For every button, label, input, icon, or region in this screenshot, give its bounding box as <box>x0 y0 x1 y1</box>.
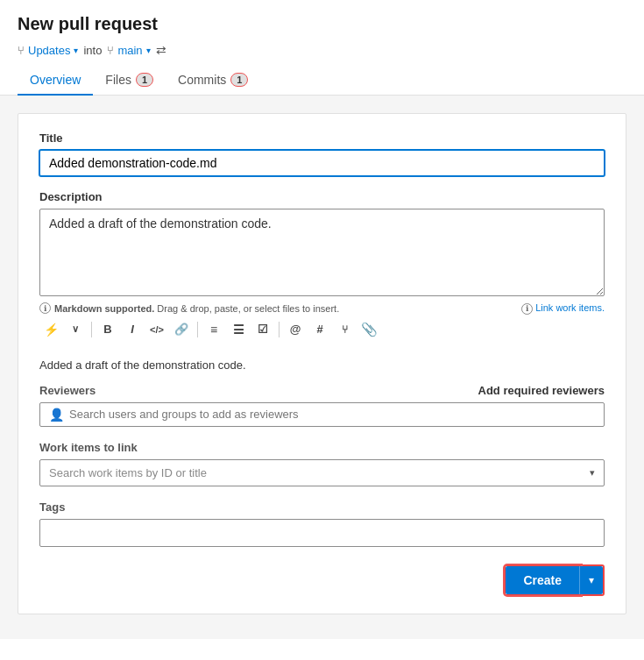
target-branch-icon: ⑂ <box>107 44 114 57</box>
reviewers-header: Reviewers Add required reviewers <box>39 384 605 397</box>
create-dropdown-btn[interactable]: ▾ <box>580 566 603 594</box>
toolbar-attach-btn[interactable]: 📎 <box>357 318 380 341</box>
reviewer-search-icon: 👤 <box>49 408 64 422</box>
toolbar-task-btn[interactable]: ☑ <box>251 318 274 341</box>
work-items-dropdown-wrapper: Search work items by ID or title ▾ <box>39 459 605 486</box>
toolbar-ol-btn[interactable]: ≡ <box>202 318 225 341</box>
toolbar-bold-btn[interactable]: B <box>96 318 119 341</box>
toolbar: ⚡ ∨ B I </> 🔗 ≡ ☰ ☑ @ # ⑂ 📎 <box>39 315 605 344</box>
tab-overview[interactable]: Overview <box>18 66 93 96</box>
main-content: Title Description Added a draft of the d… <box>0 96 644 639</box>
work-items-placeholder: Search work items by ID or title <box>49 466 207 479</box>
link-work-items-link[interactable]: Link work items. <box>535 302 605 313</box>
toolbar-heading-btn[interactable]: # <box>308 318 331 341</box>
toolbar-link-btn[interactable]: 🔗 <box>170 318 193 341</box>
title-group: Title <box>39 131 605 176</box>
tags-input[interactable] <box>39 519 605 547</box>
target-chevron-icon: ▾ <box>146 46 151 55</box>
toolbar-mention-btn[interactable]: @ <box>284 318 307 341</box>
target-branch-btn[interactable]: ⑂ main ▾ <box>107 44 150 57</box>
create-button[interactable]: Create <box>506 566 580 594</box>
toolbar-format-btn[interactable]: ⚡ <box>39 318 62 341</box>
source-branch-icon: ⑂ <box>18 44 25 57</box>
work-items-group: Work items to link Search work items by … <box>39 441 605 486</box>
swap-branches-icon[interactable]: ⇄ <box>156 43 166 57</box>
source-branch-name: Updates <box>28 44 70 57</box>
toolbar-code-btn[interactable]: </> <box>145 318 168 341</box>
tab-commits-badge: 1 <box>230 73 248 87</box>
reviewers-search-input[interactable] <box>69 408 595 421</box>
tab-overview-label: Overview <box>30 73 81 87</box>
preview-text: Added a draft of the demonstration code. <box>39 358 605 372</box>
target-branch-name: main <box>117 44 142 57</box>
link-work-items-hint: ℹ Link work items. <box>521 302 605 315</box>
tags-group: Tags <box>39 500 605 547</box>
toolbar-ul-btn[interactable]: ☰ <box>227 318 250 341</box>
link-info-icon: ℹ <box>521 303 533 315</box>
into-label: into <box>83 44 102 57</box>
title-label: Title <box>39 131 605 145</box>
tab-commits[interactable]: Commits 1 <box>166 66 260 96</box>
toolbar-sep-1 <box>91 322 92 337</box>
form-card: Title Description Added a draft of the d… <box>18 113 626 614</box>
description-textarea[interactable]: Added a draft of the demonstration code. <box>39 209 605 296</box>
description-label: Description <box>39 190 605 203</box>
reviewers-label: Reviewers <box>39 384 96 397</box>
markdown-hint-left: ℹ Markdown supported. Drag & drop, paste… <box>39 302 339 314</box>
toolbar-more-btn[interactable]: ∨ <box>64 318 87 341</box>
markdown-hint: ℹ Markdown supported. Drag & drop, paste… <box>39 302 605 315</box>
create-btn-group-wrapper: Create ▾ <box>504 564 605 596</box>
work-items-chevron-icon: ▾ <box>590 467 595 479</box>
reviewers-group: Reviewers Add required reviewers 👤 <box>39 384 605 427</box>
reviewers-search-wrapper: 👤 <box>39 402 605 427</box>
page-header: New pull request ⑂ Updates ▾ into ⑂ main… <box>0 0 644 57</box>
markdown-supported-text: Markdown supported. Drag & drop, paste, … <box>54 303 339 314</box>
tab-files[interactable]: Files 1 <box>93 66 166 96</box>
page-title: New pull request <box>18 14 626 34</box>
add-required-reviewers-link[interactable]: Add required reviewers <box>478 384 605 397</box>
tags-label: Tags <box>39 500 605 514</box>
source-branch-btn[interactable]: ⑂ Updates ▾ <box>18 44 78 57</box>
branch-bar: ⑂ Updates ▾ into ⑂ main ▾ ⇄ <box>18 43 626 57</box>
tab-files-badge: 1 <box>136 73 153 87</box>
tabs-bar: Overview Files 1 Commits 1 <box>0 66 644 96</box>
markdown-info-icon: ℹ <box>39 302 51 314</box>
source-chevron-icon: ▾ <box>74 46 78 55</box>
toolbar-sep-3 <box>279 322 280 337</box>
description-group: Description Added a draft of the demonst… <box>39 190 605 344</box>
create-dropdown-icon: ▾ <box>589 574 594 586</box>
toolbar-sep-2 <box>197 322 198 337</box>
bottom-bar: Create ▾ <box>39 564 605 596</box>
tab-commits-label: Commits <box>178 73 226 87</box>
create-btn-group: Create ▾ <box>506 566 603 594</box>
tab-files-label: Files <box>105 73 131 87</box>
work-items-dropdown-btn[interactable]: Search work items by ID or title ▾ <box>39 459 605 486</box>
toolbar-italic-btn[interactable]: I <box>121 318 144 341</box>
toolbar-pr-btn[interactable]: ⑂ <box>333 318 356 341</box>
title-input[interactable] <box>39 150 605 176</box>
work-items-label: Work items to link <box>39 441 605 454</box>
